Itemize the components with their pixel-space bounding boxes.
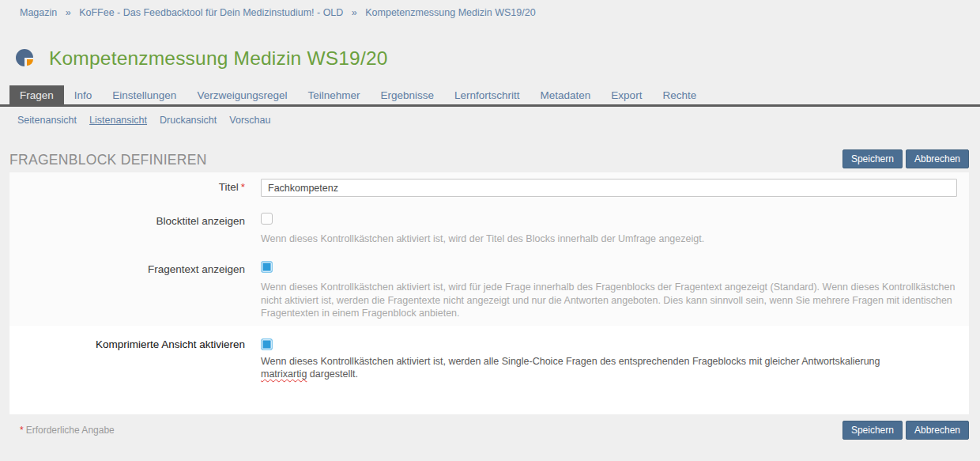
fragentext-label: Fragentext anzeigen (9, 261, 245, 319)
form-row-fragentext: Fragentext anzeigen Wenn dieses Kontroll… (9, 261, 969, 326)
required-note: *Erforderliche Angabe (20, 421, 115, 436)
tab-export[interactable]: Export (601, 85, 652, 104)
tab-verzweigungsregel[interactable]: Verzweigungsregel (187, 85, 297, 104)
fragentext-control: Wenn dieses Kontrollkästchen aktiviert i… (245, 261, 969, 319)
komprimiert-info-text: dargestellt. (310, 368, 358, 380)
breadcrumb-link-koffee[interactable]: KoFFee - Das Feedbacktool für Dein Mediz… (79, 7, 343, 18)
form-row-titel: Titel* (9, 179, 969, 197)
cancel-button-top[interactable]: Abbrechen (906, 149, 969, 168)
fragentext-info: Wenn dieses Kontrollkästchen aktiviert i… (261, 281, 957, 319)
form-footer: *Erforderliche Angabe Speichern Abbreche… (0, 414, 980, 440)
breadcrumb: Magazin » KoFFee - Das Feedbacktool für … (0, 0, 980, 18)
komprimiert-control: Wenn dieses Kontrollkästchen aktiviert i… (245, 338, 969, 381)
breadcrumb-separator: » (66, 7, 71, 18)
top-button-group: Speichern Abbrechen (842, 149, 969, 168)
breadcrumb-link-magazin[interactable]: Magazin (20, 7, 57, 18)
tab-info[interactable]: Info (64, 85, 103, 104)
tab-lernfortschritt[interactable]: Lernfortschritt (444, 85, 530, 104)
tab-ergebnisse[interactable]: Ergebnisse (370, 85, 444, 104)
page-title: Kompetenzmessung Medizin WS19/20 (49, 47, 388, 70)
cancel-button-bottom[interactable]: Abbrechen (906, 421, 969, 440)
tab-bar: Fragen Info Einstellungen Verzweigungsre… (0, 85, 980, 107)
fragentext-checkbox[interactable] (261, 261, 273, 273)
page-header: Kompetenzmessung Medizin WS19/20 (14, 47, 980, 70)
breadcrumb-link-current[interactable]: Kompetenzmessung Medizin WS19/20 (365, 7, 535, 18)
blocktitel-label: Blocktitel anzeigen (9, 213, 245, 245)
titel-label: Titel* (9, 179, 245, 197)
blocktitel-info: Wenn dieses Kontrollkästchen aktiviert i… (261, 232, 957, 245)
subtab-vorschau[interactable]: Vorschau (229, 115, 270, 126)
form-panel: Titel* Blocktitel anzeigen Wenn dieses K… (9, 172, 969, 326)
save-button-top[interactable]: Speichern (842, 149, 903, 168)
titel-control (245, 179, 969, 197)
form-heading-row: FRAGENBLOCK DEFINIEREN Speichern Abbrech… (9, 149, 969, 168)
komprimiert-section: Komprimierte Ansicht aktivieren Wenn die… (9, 326, 969, 414)
komprimiert-info-misspelled-word: matrixartig (261, 368, 307, 380)
form-heading: FRAGENBLOCK DEFINIEREN (9, 152, 207, 168)
bottom-button-group: Speichern Abbrechen (842, 421, 969, 440)
komprimiert-label: Komprimierte Ansicht aktivieren (9, 338, 245, 381)
tab-fragen[interactable]: Fragen (9, 85, 64, 104)
komprimiert-info: Wenn dieses Kontrollkästchen aktiviert i… (261, 355, 897, 381)
save-button-bottom[interactable]: Speichern (842, 421, 903, 440)
required-note-text: Erforderliche Angabe (26, 425, 115, 436)
tab-rechte[interactable]: Rechte (652, 85, 707, 104)
subtab-seitenansicht[interactable]: Seitenansicht (17, 115, 77, 126)
subtab-bar: Seitenansicht Listenansicht Druckansicht… (0, 107, 980, 126)
form-row-komprimiert: Komprimierte Ansicht aktivieren Wenn die… (9, 338, 969, 381)
tab-teilnehmer[interactable]: Teilnehmer (297, 85, 370, 104)
breadcrumb-separator: » (352, 7, 357, 18)
titel-input[interactable] (261, 179, 957, 197)
subtab-druckansicht[interactable]: Druckansicht (160, 115, 217, 126)
required-asterisk: * (20, 425, 24, 436)
blocktitel-checkbox[interactable] (261, 213, 273, 225)
titel-label-text: Titel (219, 181, 239, 193)
komprimiert-checkbox[interactable] (261, 338, 273, 350)
tab-einstellungen[interactable]: Einstellungen (102, 85, 187, 104)
komprimiert-info-text: Wenn dieses Kontrollkästchen aktiviert i… (261, 356, 880, 367)
tab-metadaten[interactable]: Metadaten (530, 85, 601, 104)
survey-pie-icon (14, 47, 38, 70)
blocktitel-control: Wenn dieses Kontrollkästchen aktiviert i… (245, 213, 969, 245)
form-row-blocktitel: Blocktitel anzeigen Wenn dieses Kontroll… (9, 213, 969, 245)
subtab-listenansicht[interactable]: Listenansicht (89, 115, 147, 126)
